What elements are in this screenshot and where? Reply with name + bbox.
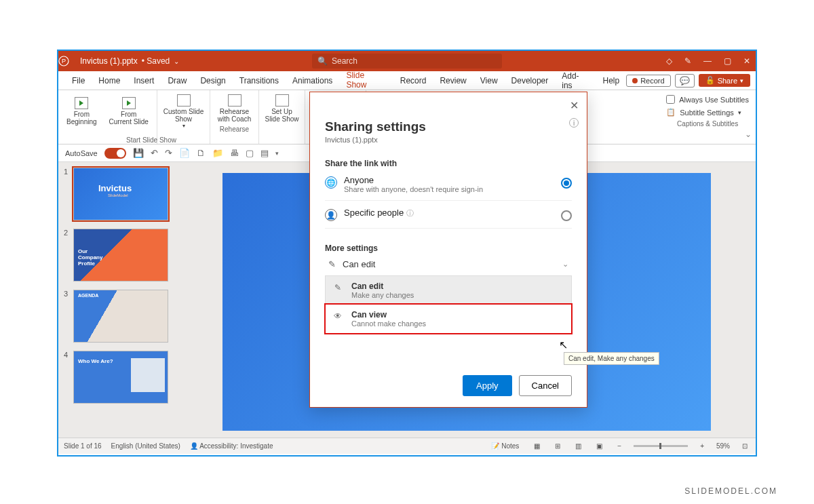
qat-icon[interactable]: ▤ (260, 148, 269, 158)
info-icon[interactable]: i (569, 118, 579, 128)
autosave-label: AutoSave (65, 149, 98, 157)
tab-design[interactable]: Design (193, 72, 232, 90)
reading-view-icon[interactable]: ▥ (573, 442, 584, 450)
tab-view[interactable]: View (473, 72, 505, 90)
fit-icon[interactable]: ⊡ (739, 442, 750, 450)
language-status[interactable]: English (United States) (111, 442, 180, 450)
from-beginning-button[interactable]: From Beginning (64, 96, 99, 127)
maximize-button[interactable]: ▢ (724, 56, 731, 66)
title-dropdown-icon[interactable]: ⌄ (170, 58, 179, 65)
tab-transitions[interactable]: Transitions (233, 72, 286, 90)
sorter-view-icon[interactable]: ⊞ (552, 442, 563, 450)
group-rehearse-label: Rehearse (216, 125, 253, 133)
permission-menu: ✎ Can editMake any changes 👁 Can viewCan… (325, 275, 572, 334)
slide-counter: Slide 1 of 16 (64, 442, 102, 450)
record-dot-icon (632, 78, 638, 83)
group-start-label: Start Slide Show (126, 136, 176, 144)
more-settings-label: More settings (325, 244, 572, 253)
tab-animations[interactable]: Animations (286, 72, 339, 90)
always-subtitles-check[interactable]: Always Use Subtitles (666, 93, 749, 106)
search-icon: 🔍 (317, 56, 328, 66)
dialog-filename: Invictus (1).pptx (325, 136, 572, 144)
thumbnail-1[interactable]: 1 InvictusSlideModel (64, 168, 174, 220)
pen-icon[interactable]: ✎ (684, 56, 691, 66)
save-icon[interactable]: 💾 (133, 148, 144, 158)
pencil-icon: ✎ (332, 283, 343, 292)
search-placeholder: Search (332, 56, 357, 66)
thumbnail-2[interactable]: 2 Our Company Profile (64, 229, 174, 282)
setup-button[interactable]: Set Up Slide Show (265, 93, 299, 124)
app-icon: P (58, 56, 77, 66)
sharing-settings-dialog: ✕ i Sharing settings Invictus (1).pptx S… (309, 92, 587, 408)
slideshow-view-icon[interactable]: ▣ (594, 442, 605, 450)
chevron-down-icon: ⌄ (562, 260, 568, 269)
status-bar: Slide 1 of 16 English (United States) 👤 … (58, 438, 756, 454)
chevron-down-icon: ▾ (740, 77, 743, 84)
tab-file[interactable]: File (65, 72, 92, 90)
cancel-button[interactable]: Cancel (519, 375, 572, 396)
option-specific[interactable]: 👤 Specific people ⓘ (325, 201, 572, 229)
qat-icon[interactable]: ▢ (246, 148, 254, 158)
zoom-level[interactable]: 59% (716, 442, 730, 450)
person-icon: 👤 (325, 209, 337, 221)
thumbnail-4[interactable]: 4 Who We Are? (64, 351, 174, 404)
ribbon-collapse-icon[interactable]: ⌄ (745, 130, 752, 139)
dialog-title: Sharing settings (325, 119, 572, 134)
tab-record[interactable]: Record (393, 72, 433, 90)
zoom-out-icon[interactable]: − (615, 442, 624, 450)
autosave-toggle[interactable] (104, 148, 126, 159)
thumbnails-panel[interactable]: 1 InvictusSlideModel 2 Our Company Profi… (58, 162, 177, 438)
menu-can-view[interactable]: 👁 Can viewCannot make changes (326, 305, 571, 333)
minimize-button[interactable]: — (703, 56, 712, 66)
from-current-button[interactable]: From Current Slide (106, 96, 151, 127)
titlebar: P Invictus (1).pptx • Saved ⌄ 🔍 Search ◇… (58, 51, 756, 71)
notes-button[interactable]: 📝 Notes (488, 442, 522, 450)
rehearse-coach-button[interactable]: Rehearse with Coach (216, 93, 253, 124)
search-box[interactable]: 🔍 Search (312, 54, 502, 69)
qat-icon[interactable]: 📄 (179, 148, 190, 158)
thumbnail-3[interactable]: 3 AGENDA (64, 290, 174, 343)
zoom-in-icon[interactable]: + (697, 442, 707, 450)
undo-icon[interactable]: ↶ (151, 148, 158, 158)
tab-draw[interactable]: Draw (161, 72, 193, 90)
share-button[interactable]: 🔓 Share ▾ (699, 74, 750, 87)
qat-icon[interactable]: 🗋 (197, 148, 206, 158)
radio-selected-icon (561, 178, 572, 189)
save-status: • Saved (138, 56, 170, 66)
normal-view-icon[interactable]: ▦ (531, 442, 543, 450)
close-button[interactable]: ✕ (743, 56, 750, 66)
globe-icon: 🌐 (325, 176, 337, 189)
tooltip: Can edit, Make any changes (564, 352, 659, 365)
ribbon-tabs: File Home Insert Draw Design Transitions… (58, 71, 756, 90)
apply-button[interactable]: Apply (463, 375, 512, 396)
attribution: SLIDEMODEL.COM (684, 486, 777, 496)
tab-home[interactable]: Home (92, 72, 127, 90)
qat-icon[interactable]: 📁 (212, 148, 223, 158)
permission-dropdown[interactable]: ✎ Can edit ⌄ (325, 253, 572, 275)
dialog-close-button[interactable]: ✕ (570, 99, 579, 112)
group-captions-label: Captions & Subtitles (666, 120, 749, 128)
zoom-slider[interactable] (634, 445, 688, 447)
file-title: Invictus (1).pptx (77, 56, 138, 66)
tab-developer[interactable]: Developer (505, 72, 556, 90)
eye-icon: 👁 (332, 311, 343, 321)
svg-text:P: P (62, 58, 66, 64)
subtitle-settings-button[interactable]: 📋 Subtitle Settings ▾ (666, 106, 749, 119)
qat-icon[interactable]: 🖶 (230, 148, 239, 158)
record-button[interactable]: Record (626, 75, 670, 87)
pencil-icon: ✎ (328, 259, 336, 269)
custom-show-button[interactable]: Custom Slide Show ▾ (163, 93, 204, 130)
comments-button[interactable]: 💬 (675, 74, 695, 88)
premium-icon[interactable]: ◇ (666, 56, 672, 66)
menu-can-edit[interactable]: ✎ Can editMake any changes (326, 276, 571, 305)
tab-review[interactable]: Review (433, 72, 473, 90)
qat-dropdown-icon[interactable]: ▾ (275, 150, 279, 157)
radio-unselected-icon (561, 210, 572, 221)
redo-icon[interactable]: ↷ (165, 148, 172, 158)
accessibility-status[interactable]: 👤 Accessibility: Investigate (190, 442, 273, 450)
option-anyone[interactable]: 🌐 AnyoneShare with anyone, doesn't requi… (325, 168, 572, 201)
share-link-label: Share the link with (325, 159, 572, 168)
tab-insert[interactable]: Insert (127, 72, 161, 90)
tab-help[interactable]: Help (596, 72, 626, 90)
app-window: P Invictus (1).pptx • Saved ⌄ 🔍 Search ◇… (57, 50, 757, 457)
